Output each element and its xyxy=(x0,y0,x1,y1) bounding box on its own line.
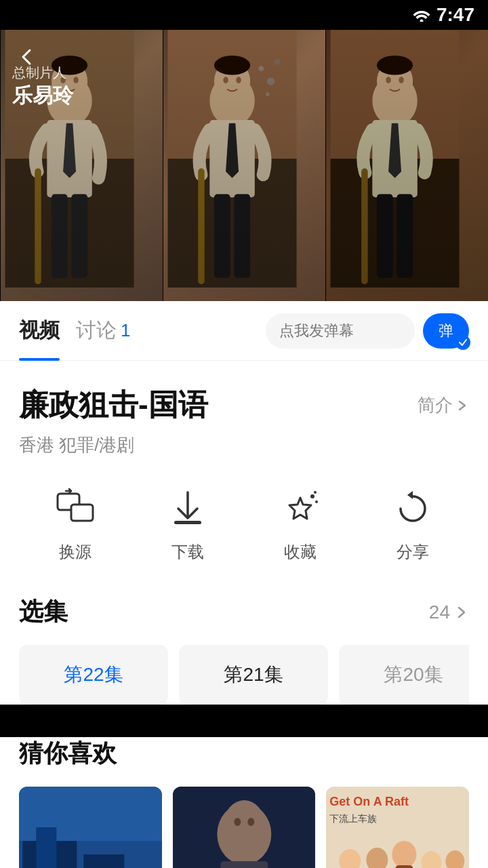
svg-rect-13 xyxy=(168,159,297,288)
svg-point-10 xyxy=(73,77,79,83)
svg-point-23 xyxy=(267,77,274,85)
download-icon xyxy=(163,484,212,533)
episodes-row: 第22集 第21集 第20集 xyxy=(19,645,469,705)
tab-discuss[interactable]: 讨论 1 xyxy=(76,301,146,361)
wifi-icon xyxy=(412,8,431,22)
svg-text:Get On A Raft: Get On A Raft xyxy=(330,795,409,808)
danmu-button[interactable]: 弹 xyxy=(423,313,469,349)
svg-rect-12 xyxy=(168,30,297,288)
svg-point-26 xyxy=(266,92,270,96)
show-title-row: 廉政狙击-国语 简介 xyxy=(19,385,469,425)
download-action[interactable]: 下载 xyxy=(163,484,212,563)
rec-image-3: Get On A Raft 下流上车族 xyxy=(326,787,469,868)
favorite-icon xyxy=(276,484,325,533)
content-area: 廉政狙击-国语 简介 香港 犯罪/港剧 换源 xyxy=(0,361,488,705)
svg-point-36 xyxy=(399,77,404,83)
svg-rect-5 xyxy=(52,194,68,278)
episodes-title: 选集 xyxy=(19,595,68,629)
svg-point-60 xyxy=(224,800,264,848)
svg-point-42 xyxy=(315,500,318,503)
svg-point-20 xyxy=(223,77,228,83)
switch-source-icon xyxy=(51,484,100,533)
share-action[interactable]: 分享 xyxy=(388,484,437,563)
svg-point-19 xyxy=(214,56,250,75)
episode-btn-20[interactable]: 第20集 xyxy=(339,645,469,705)
svg-rect-72 xyxy=(396,865,413,868)
rec-image-2: LAPD xyxy=(173,787,316,868)
video-panel-2[interactable] xyxy=(163,30,325,301)
rec-image-1: 港证先锋V xyxy=(19,787,162,868)
danmu-check-icon xyxy=(455,335,470,350)
svg-rect-4 xyxy=(47,120,92,197)
svg-point-33 xyxy=(377,61,413,102)
svg-point-25 xyxy=(274,59,281,66)
svg-point-0 xyxy=(420,20,423,22)
favorite-label: 收藏 xyxy=(284,541,317,563)
tabs-bar: 视频 讨论 1 弹 xyxy=(0,301,488,361)
recommendations-row: 港证先锋V xyxy=(19,787,469,868)
svg-point-14 xyxy=(209,75,255,127)
svg-rect-17 xyxy=(234,194,250,278)
svg-rect-16 xyxy=(214,194,230,278)
chevron-right-icon xyxy=(454,605,469,620)
svg-point-71 xyxy=(392,841,417,868)
svg-point-62 xyxy=(247,818,254,826)
svg-rect-22 xyxy=(198,168,205,284)
download-label: 下载 xyxy=(171,541,204,563)
svg-rect-48 xyxy=(83,854,124,868)
svg-rect-27 xyxy=(331,30,460,288)
svg-rect-37 xyxy=(361,168,368,284)
svg-rect-47 xyxy=(36,827,56,868)
overlay-name: 乐易玲 xyxy=(12,82,73,110)
svg-rect-15 xyxy=(209,120,255,197)
svg-point-41 xyxy=(310,494,314,498)
video-panel-3[interactable] xyxy=(325,30,488,301)
svg-point-34 xyxy=(377,56,413,75)
svg-point-24 xyxy=(259,66,264,71)
svg-point-61 xyxy=(234,818,241,826)
svg-rect-40 xyxy=(174,521,201,524)
svg-rect-11 xyxy=(35,168,41,284)
svg-rect-57 xyxy=(220,861,268,868)
episode-btn-22[interactable]: 第22集 xyxy=(19,645,168,705)
episodes-count[interactable]: 24 xyxy=(429,601,469,623)
svg-rect-39 xyxy=(71,505,93,521)
svg-point-43 xyxy=(314,491,317,494)
svg-rect-32 xyxy=(396,194,413,278)
rec-card-1[interactable]: 港证先锋V xyxy=(19,787,162,868)
rec-card-3[interactable]: Get On A Raft 下流上车族 xyxy=(326,787,469,868)
switch-source-label: 换源 xyxy=(59,541,92,563)
share-icon xyxy=(388,484,437,533)
episodes-section-header: 选集 24 xyxy=(19,595,469,629)
svg-rect-2 xyxy=(5,159,134,288)
svg-rect-31 xyxy=(377,194,393,278)
recommendations-section: 猜你喜欢 港证先锋V xyxy=(0,737,488,868)
svg-point-21 xyxy=(236,77,241,83)
svg-point-29 xyxy=(372,75,418,127)
svg-text:下流上车族: 下流上车族 xyxy=(330,813,378,824)
show-meta: 香港 犯罪/港剧 xyxy=(19,433,469,457)
svg-point-18 xyxy=(214,61,250,102)
action-row: 换源 下载 收藏 xyxy=(19,484,469,563)
discuss-badge: 1 xyxy=(121,320,130,341)
switch-source-action[interactable]: 换源 xyxy=(51,484,100,563)
tab-video[interactable]: 视频 xyxy=(19,301,76,361)
danmu-input[interactable] xyxy=(266,313,415,349)
status-time: 7:47 xyxy=(436,4,474,26)
share-label: 分享 xyxy=(396,541,429,563)
rec-card-2[interactable]: LAPD xyxy=(173,787,316,868)
status-bar: 7:47 xyxy=(0,0,488,30)
svg-rect-30 xyxy=(372,120,418,197)
back-button[interactable] xyxy=(11,41,43,73)
svg-rect-28 xyxy=(331,159,460,288)
video-banner: 总制片人 乐易玲 xyxy=(0,30,488,301)
recommendations-title: 猜你喜欢 xyxy=(19,737,469,770)
svg-point-35 xyxy=(386,77,391,83)
show-title: 廉政狙击-国语 xyxy=(19,385,208,425)
chevron-right-icon xyxy=(455,399,469,412)
episode-btn-21[interactable]: 第21集 xyxy=(179,645,328,705)
svg-rect-6 xyxy=(71,194,87,278)
intro-link[interactable]: 简介 xyxy=(418,393,469,417)
favorite-action[interactable]: 收藏 xyxy=(276,484,325,563)
